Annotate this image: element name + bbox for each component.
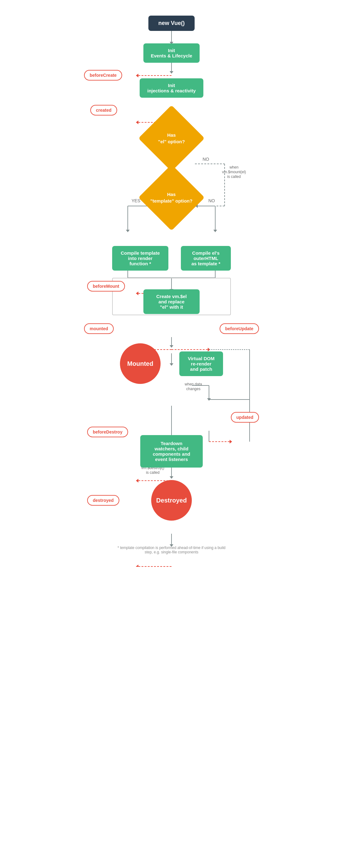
svg-text:YES: YES	[132, 198, 140, 203]
destroyed-label: destroyed	[93, 498, 114, 503]
create-vm-el-label: Create vm.$eland replace"el" with it	[156, 294, 187, 310]
teardown-label: Teardownwatchers, childcomponents andeve…	[153, 441, 190, 462]
updated-label: updated	[236, 415, 253, 420]
before-mount-label: beforeMount	[93, 284, 119, 289]
before-update-hook: beforeUpdate	[220, 323, 259, 334]
has-template-label: Has"template" option?	[150, 192, 193, 204]
before-destroy-hook: beforeDestroy	[87, 427, 128, 437]
compile-template-label: Compile templateinto render function *	[121, 250, 160, 266]
mounted-hook: mounted	[84, 323, 114, 334]
svg-marker-11	[136, 121, 138, 124]
svg-marker-55	[207, 398, 211, 401]
new-vue-label: new Vue()	[159, 20, 184, 26]
init-injections-box: Initinjections & reactivity	[140, 78, 203, 98]
svg-text:is called: is called	[146, 470, 159, 475]
svg-marker-58	[230, 440, 232, 443]
svg-text:when: when	[229, 165, 239, 169]
footnote-text: * template compilation is performed ahea…	[117, 546, 226, 554]
before-mount-hook: beforeMount	[87, 281, 125, 291]
before-create-hook: beforeCreate	[84, 70, 122, 81]
virtual-dom-box: Virtual DOMre-renderand patch	[179, 351, 223, 376]
has-el-diamond: Has"el" option?	[138, 105, 205, 172]
init-events-label: InitEvents & Lifecycle	[151, 48, 193, 58]
init-events-box: InitEvents & Lifecycle	[143, 43, 200, 63]
destroyed-circle-label: Destroyed	[156, 497, 187, 504]
svg-text:NO: NO	[203, 157, 209, 162]
init-injections-label: Initinjections & reactivity	[147, 83, 196, 93]
mounted-label: mounted	[90, 326, 108, 331]
updated-hook: updated	[231, 412, 259, 423]
svg-marker-5	[136, 74, 138, 78]
svg-marker-3	[170, 71, 173, 74]
svg-marker-74	[136, 565, 138, 567]
svg-marker-28	[126, 230, 130, 232]
svg-text:NO: NO	[208, 198, 215, 203]
created-hook: created	[90, 105, 117, 116]
has-el-label: Has"el" option?	[158, 132, 185, 144]
svg-text:vm.$mount(el): vm.$mount(el)	[222, 170, 246, 174]
compile-outerhtml-box: Compile el'souterHTMLas template *	[181, 246, 231, 271]
create-vm-el-box: Create vm.$eland replace"el" with it	[143, 289, 200, 314]
svg-marker-32	[213, 230, 217, 232]
compile-template-box: Compile templateinto render function *	[112, 246, 168, 271]
has-template-diamond: Has"template" option?	[138, 164, 205, 231]
before-create-label: beforeCreate	[90, 73, 116, 78]
before-update-label: beforeUpdate	[225, 326, 253, 331]
lifecycle-diagram: NO when vm.$mount(el) is called YES YES …	[75, 6, 268, 554]
destroyed-circle: Destroyed	[151, 480, 192, 521]
mounted-circle-label: Mounted	[127, 360, 153, 367]
destroyed-hook: destroyed	[87, 495, 119, 506]
svg-text:changes: changes	[186, 387, 200, 391]
before-destroy-label: beforeDestroy	[93, 430, 122, 434]
teardown-box: Teardownwatchers, childcomponents andeve…	[140, 435, 203, 468]
svg-marker-66	[170, 476, 173, 479]
created-label: created	[96, 108, 112, 113]
footnote: * template compilation is performed ahea…	[115, 546, 228, 554]
compile-outerhtml-label: Compile el'souterHTMLas template *	[192, 250, 221, 266]
svg-text:is called: is called	[227, 175, 240, 179]
mounted-circle: Mounted	[120, 343, 161, 384]
virtual-dom-label: Virtual DOMre-renderand patch	[188, 356, 215, 372]
new-vue-box: new Vue()	[148, 16, 195, 31]
